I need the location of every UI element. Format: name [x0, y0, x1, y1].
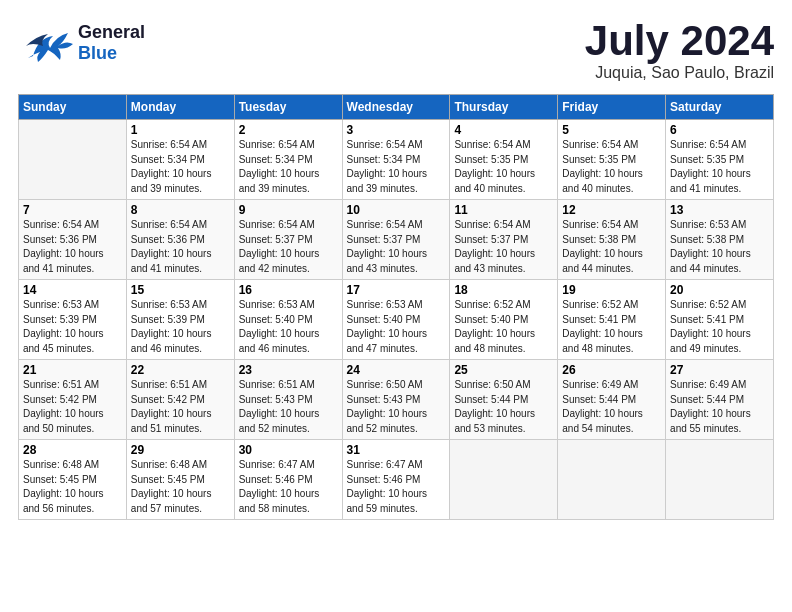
calendar-cell: 9Sunrise: 6:54 AM Sunset: 5:37 PM Daylig…: [234, 200, 342, 280]
day-info: Sunrise: 6:54 AM Sunset: 5:34 PM Dayligh…: [239, 138, 338, 196]
day-number: 22: [131, 363, 230, 377]
day-info: Sunrise: 6:49 AM Sunset: 5:44 PM Dayligh…: [562, 378, 661, 436]
day-info: Sunrise: 6:52 AM Sunset: 5:41 PM Dayligh…: [670, 298, 769, 356]
calendar-table: SundayMondayTuesdayWednesdayThursdayFrid…: [18, 94, 774, 520]
calendar-cell: 26Sunrise: 6:49 AM Sunset: 5:44 PM Dayli…: [558, 360, 666, 440]
day-number: 26: [562, 363, 661, 377]
day-number: 8: [131, 203, 230, 217]
calendar-cell: 30Sunrise: 6:47 AM Sunset: 5:46 PM Dayli…: [234, 440, 342, 520]
day-number: 9: [239, 203, 338, 217]
logo-general: General: [78, 22, 145, 43]
calendar-cell: 24Sunrise: 6:50 AM Sunset: 5:43 PM Dayli…: [342, 360, 450, 440]
day-number: 1: [131, 123, 230, 137]
day-number: 28: [23, 443, 122, 457]
day-info: Sunrise: 6:54 AM Sunset: 5:37 PM Dayligh…: [347, 218, 446, 276]
day-info: Sunrise: 6:54 AM Sunset: 5:34 PM Dayligh…: [347, 138, 446, 196]
calendar-week-row: 28Sunrise: 6:48 AM Sunset: 5:45 PM Dayli…: [19, 440, 774, 520]
calendar-cell: 4Sunrise: 6:54 AM Sunset: 5:35 PM Daylig…: [450, 120, 558, 200]
day-info: Sunrise: 6:54 AM Sunset: 5:35 PM Dayligh…: [562, 138, 661, 196]
logo-blue: Blue: [78, 43, 145, 64]
day-info: Sunrise: 6:50 AM Sunset: 5:43 PM Dayligh…: [347, 378, 446, 436]
calendar-cell: 27Sunrise: 6:49 AM Sunset: 5:44 PM Dayli…: [666, 360, 774, 440]
day-number: 27: [670, 363, 769, 377]
day-number: 14: [23, 283, 122, 297]
weekday-header: Tuesday: [234, 95, 342, 120]
location: Juquia, Sao Paulo, Brazil: [585, 64, 774, 82]
day-info: Sunrise: 6:48 AM Sunset: 5:45 PM Dayligh…: [23, 458, 122, 516]
day-number: 4: [454, 123, 553, 137]
day-info: Sunrise: 6:47 AM Sunset: 5:46 PM Dayligh…: [239, 458, 338, 516]
day-info: Sunrise: 6:51 AM Sunset: 5:42 PM Dayligh…: [23, 378, 122, 436]
month-title: July 2024: [585, 18, 774, 64]
day-info: Sunrise: 6:50 AM Sunset: 5:44 PM Dayligh…: [454, 378, 553, 436]
calendar-cell: [558, 440, 666, 520]
calendar-header-row: SundayMondayTuesdayWednesdayThursdayFrid…: [19, 95, 774, 120]
day-info: Sunrise: 6:54 AM Sunset: 5:35 PM Dayligh…: [670, 138, 769, 196]
calendar-cell: 12Sunrise: 6:54 AM Sunset: 5:38 PM Dayli…: [558, 200, 666, 280]
day-info: Sunrise: 6:53 AM Sunset: 5:40 PM Dayligh…: [239, 298, 338, 356]
calendar-cell: [666, 440, 774, 520]
weekday-header: Wednesday: [342, 95, 450, 120]
title-block: July 2024 Juquia, Sao Paulo, Brazil: [585, 18, 774, 82]
calendar-cell: 14Sunrise: 6:53 AM Sunset: 5:39 PM Dayli…: [19, 280, 127, 360]
calendar-cell: 28Sunrise: 6:48 AM Sunset: 5:45 PM Dayli…: [19, 440, 127, 520]
calendar-cell: 16Sunrise: 6:53 AM Sunset: 5:40 PM Dayli…: [234, 280, 342, 360]
calendar-cell: 8Sunrise: 6:54 AM Sunset: 5:36 PM Daylig…: [126, 200, 234, 280]
day-number: 2: [239, 123, 338, 137]
day-info: Sunrise: 6:47 AM Sunset: 5:46 PM Dayligh…: [347, 458, 446, 516]
day-number: 5: [562, 123, 661, 137]
calendar-week-row: 14Sunrise: 6:53 AM Sunset: 5:39 PM Dayli…: [19, 280, 774, 360]
calendar-cell: [19, 120, 127, 200]
calendar-cell: 29Sunrise: 6:48 AM Sunset: 5:45 PM Dayli…: [126, 440, 234, 520]
calendar-cell: 17Sunrise: 6:53 AM Sunset: 5:40 PM Dayli…: [342, 280, 450, 360]
day-number: 12: [562, 203, 661, 217]
calendar-cell: 1Sunrise: 6:54 AM Sunset: 5:34 PM Daylig…: [126, 120, 234, 200]
day-info: Sunrise: 6:54 AM Sunset: 5:38 PM Dayligh…: [562, 218, 661, 276]
day-number: 6: [670, 123, 769, 137]
calendar-cell: 3Sunrise: 6:54 AM Sunset: 5:34 PM Daylig…: [342, 120, 450, 200]
day-number: 25: [454, 363, 553, 377]
page-header: General Blue July 2024 Juquia, Sao Paulo…: [18, 18, 774, 82]
calendar-cell: 11Sunrise: 6:54 AM Sunset: 5:37 PM Dayli…: [450, 200, 558, 280]
day-info: Sunrise: 6:54 AM Sunset: 5:34 PM Dayligh…: [131, 138, 230, 196]
day-number: 31: [347, 443, 446, 457]
calendar-cell: [450, 440, 558, 520]
day-info: Sunrise: 6:48 AM Sunset: 5:45 PM Dayligh…: [131, 458, 230, 516]
day-number: 16: [239, 283, 338, 297]
calendar-week-row: 7Sunrise: 6:54 AM Sunset: 5:36 PM Daylig…: [19, 200, 774, 280]
day-info: Sunrise: 6:54 AM Sunset: 5:36 PM Dayligh…: [23, 218, 122, 276]
day-number: 11: [454, 203, 553, 217]
day-info: Sunrise: 6:51 AM Sunset: 5:42 PM Dayligh…: [131, 378, 230, 436]
calendar-cell: 23Sunrise: 6:51 AM Sunset: 5:43 PM Dayli…: [234, 360, 342, 440]
day-number: 20: [670, 283, 769, 297]
calendar-cell: 2Sunrise: 6:54 AM Sunset: 5:34 PM Daylig…: [234, 120, 342, 200]
calendar-cell: 20Sunrise: 6:52 AM Sunset: 5:41 PM Dayli…: [666, 280, 774, 360]
day-number: 7: [23, 203, 122, 217]
day-number: 18: [454, 283, 553, 297]
day-number: 17: [347, 283, 446, 297]
day-number: 29: [131, 443, 230, 457]
page-container: General Blue July 2024 Juquia, Sao Paulo…: [0, 0, 792, 530]
day-number: 15: [131, 283, 230, 297]
calendar-week-row: 21Sunrise: 6:51 AM Sunset: 5:42 PM Dayli…: [19, 360, 774, 440]
calendar-cell: 18Sunrise: 6:52 AM Sunset: 5:40 PM Dayli…: [450, 280, 558, 360]
day-info: Sunrise: 6:53 AM Sunset: 5:38 PM Dayligh…: [670, 218, 769, 276]
day-info: Sunrise: 6:52 AM Sunset: 5:40 PM Dayligh…: [454, 298, 553, 356]
weekday-header: Monday: [126, 95, 234, 120]
calendar-cell: 21Sunrise: 6:51 AM Sunset: 5:42 PM Dayli…: [19, 360, 127, 440]
day-number: 24: [347, 363, 446, 377]
day-info: Sunrise: 6:52 AM Sunset: 5:41 PM Dayligh…: [562, 298, 661, 356]
logo: General Blue: [18, 18, 145, 68]
day-number: 19: [562, 283, 661, 297]
bird-shape: [26, 33, 73, 62]
calendar-week-row: 1Sunrise: 6:54 AM Sunset: 5:34 PM Daylig…: [19, 120, 774, 200]
day-info: Sunrise: 6:53 AM Sunset: 5:39 PM Dayligh…: [131, 298, 230, 356]
day-info: Sunrise: 6:54 AM Sunset: 5:36 PM Dayligh…: [131, 218, 230, 276]
weekday-header: Saturday: [666, 95, 774, 120]
calendar-cell: 10Sunrise: 6:54 AM Sunset: 5:37 PM Dayli…: [342, 200, 450, 280]
calendar-cell: 5Sunrise: 6:54 AM Sunset: 5:35 PM Daylig…: [558, 120, 666, 200]
day-number: 23: [239, 363, 338, 377]
day-info: Sunrise: 6:53 AM Sunset: 5:39 PM Dayligh…: [23, 298, 122, 356]
calendar-cell: 6Sunrise: 6:54 AM Sunset: 5:35 PM Daylig…: [666, 120, 774, 200]
logo-bird-icon: [18, 18, 78, 68]
